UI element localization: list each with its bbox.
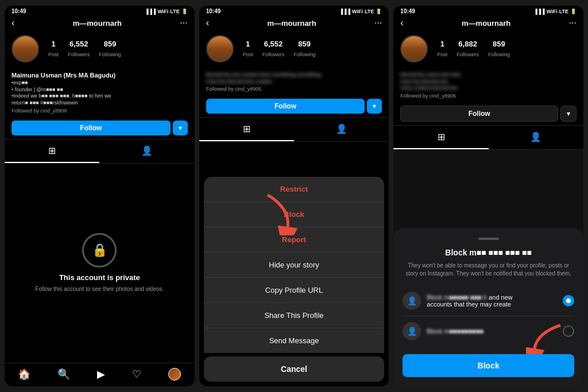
tabs-row-middle: ⊞ 👤 [199, 117, 389, 142]
tagged-tab-right[interactable]: 👤 [489, 126, 583, 149]
tag-icon-right: 👤 [530, 131, 541, 142]
time-left: 10:49 [11, 8, 26, 14]
profile-top-middle: 1 Post 6,552 Followers 859 Following [206, 35, 382, 63]
follow-button-left[interactable]: Follow [11, 121, 171, 135]
follow-btn-row-left: Follow ▾ [5, 117, 195, 139]
tabs-row-right: ⊞ 👤 [393, 125, 583, 150]
followers-count-middle: 6,552 [262, 40, 285, 48]
stats-row-right: 1 Post 6,882 Followers 859 Following [437, 40, 510, 59]
left-screen: 10:49 ▐▐▐ WiFi LTE 🔋 ‹ m—mournarh ··· 1 [5, 6, 195, 386]
profile-top-right: 1 Post 6,882 Followers 859 Following [400, 35, 577, 63]
profile-section-right: 1 Post 6,882 Followers 859 Following [393, 30, 583, 72]
more-icon-right[interactable]: ··· [569, 18, 577, 28]
block-option-2[interactable]: 👤 Block m■■■■■■■■■ [403, 316, 574, 346]
username-left: m—mournarh [73, 19, 122, 28]
posts-stat-right: 1 Post [437, 40, 447, 59]
send-message-menu-item[interactable]: Send Message [204, 328, 385, 353]
username-right: m—mournarh [462, 19, 510, 28]
grid-icon-right: ⊞ [438, 131, 445, 142]
share-profile-menu-item[interactable]: Share This Profile [204, 303, 385, 328]
tabs-row-left: ⊞ 👤 [5, 139, 195, 164]
tagged-tab-left[interactable]: 👤 [99, 139, 194, 163]
tag-icon-middle: 👤 [336, 123, 347, 134]
block-option-1-label: Block m■■■■■ ■■■ h and new accounts that… [427, 294, 557, 308]
block-option-2-label: Block m■■■■■■■■■ [427, 328, 557, 335]
private-title-left: This account is private [59, 273, 140, 282]
home-icon-left[interactable]: 🏠 [18, 368, 30, 381]
block-option-2-text: Block m■■■■■■■■■ [427, 328, 557, 335]
grid-tab-right[interactable]: ⊞ [393, 126, 488, 149]
followed-by-left: Followed by cind_y8906 [11, 108, 188, 114]
block-option-1[interactable]: 👤 Block m■■■■■ ■■■ h and new accounts th… [403, 286, 574, 316]
username-middle: m—mournarh [267, 19, 316, 28]
followers-count-left: 6,552 [68, 40, 90, 48]
user-icon-option2: 👤 [403, 322, 421, 340]
heart-icon-left[interactable]: ♡ [132, 368, 141, 381]
time-middle: 10:49 [206, 8, 221, 14]
following-count-left: 859 [99, 40, 121, 48]
following-stat-right: 859 Following [488, 40, 510, 59]
more-icon-left[interactable]: ··· [180, 18, 187, 28]
top-nav-left: ‹ m—mournarh ··· [5, 15, 195, 30]
profile-section-left: 1 Post 6,552 Followers 859 Following [5, 30, 195, 72]
avatar-middle [206, 35, 234, 63]
follow-btn-row-middle: Follow ▾ [199, 95, 389, 117]
lock-icon-left: 🔒 [82, 233, 117, 267]
follow-btn-row-right: Follow ▾ [393, 102, 583, 125]
hide-story-menu-item[interactable]: Hide your story [204, 253, 385, 278]
cancel-menu-item[interactable]: Cancel [204, 356, 385, 382]
block-option-1-text: Block m■■■■■ ■■■ h and new accounts that… [427, 294, 557, 308]
posts-stat-left: 1 Post [48, 40, 59, 59]
follow-button-middle[interactable]: Follow [206, 99, 365, 114]
more-icon-middle[interactable]: ··· [374, 18, 382, 28]
back-icon-left[interactable]: ‹ [11, 18, 14, 28]
bio-section-right: blurred bio name text here more bio blur… [393, 72, 583, 102]
posts-count-middle: 1 [243, 40, 253, 48]
back-icon-middle[interactable]: ‹ [206, 18, 209, 28]
follow-dropdown-middle[interactable]: ▾ [367, 99, 382, 114]
status-icons-left: ▐▐▐ WiFi LTE 🔋 [145, 9, 187, 14]
radio-option1[interactable] [563, 295, 574, 306]
status-bar-left: 10:49 ▐▐▐ WiFi LTE 🔋 [5, 6, 195, 15]
bio-text-left: •exp■■ • founder | @m■■■ ■■ •Indeed we b… [11, 80, 188, 107]
block-title: Block m■■ ■■■ ■■■ ■■ [403, 248, 574, 257]
radio-option2[interactable] [563, 325, 574, 337]
block-sheet: Block m■■ ■■■ ■■■ ■■ They won't be able … [393, 228, 583, 386]
follow-button-right[interactable]: Follow [400, 106, 558, 122]
following-count-right: 859 [488, 40, 510, 48]
screenshots-container: 10:49 ▐▐▐ WiFi LTE 🔋 ‹ m—mournarh ··· 1 [0, 0, 588, 392]
followers-count-right: 6,882 [457, 40, 479, 48]
block-action-button[interactable]: Block [403, 354, 574, 377]
overlay-menu: Restrict Block Report Hide your story Co… [199, 177, 389, 386]
posts-count-left: 1 [48, 40, 59, 48]
grid-tab-middle[interactable]: ⊞ [199, 118, 294, 141]
following-label-right: Following [488, 52, 510, 57]
reels-icon-left[interactable]: ▶ [97, 368, 105, 381]
back-icon-right[interactable]: ‹ [400, 18, 403, 28]
followers-label-right: Followers [457, 52, 479, 57]
following-stat-middle: 859 Following [293, 40, 315, 59]
right-screen: 10:49 ▐▐▐ WiFi LTE 🔋 ‹ m—mournarh ··· 1 [393, 6, 583, 386]
stats-row-left: 1 Post 6,552 Followers 859 Following [48, 40, 121, 59]
search-icon-left[interactable]: 🔍 [57, 368, 70, 381]
stats-row-middle: 1 Post 6,552 Followers 859 Following [243, 40, 316, 59]
following-label-left: Following [99, 52, 121, 57]
follow-dropdown-right[interactable]: ▾ [560, 106, 577, 122]
bio-name-left: Maimuna Usman (Mrs MA Bagudu) [11, 72, 188, 79]
private-section-left: 🔒 This account is private Follow this ac… [5, 164, 195, 363]
grid-tab-left[interactable]: ⊞ [5, 139, 99, 163]
follow-dropdown-left[interactable]: ▾ [173, 121, 188, 135]
grid-icon-left: ⊞ [48, 145, 56, 156]
following-stat-left: 859 Following [99, 40, 121, 59]
report-menu-item[interactable]: Report [204, 227, 385, 253]
avatar-img-middle [207, 36, 233, 61]
block-menu-item[interactable]: Block [204, 202, 385, 227]
followers-label-middle: Followers [262, 52, 285, 57]
copy-url-menu-item[interactable]: Copy Profile URL [204, 278, 385, 303]
restrict-menu-item[interactable]: Restrict [204, 177, 385, 202]
posts-count-right: 1 [437, 40, 447, 48]
menu-card: Restrict Block Report Hide your story Co… [204, 177, 385, 353]
profile-avatar-nav-left[interactable] [168, 368, 181, 381]
tagged-tab-middle[interactable]: 👤 [294, 118, 389, 141]
status-icons-middle: ▐▐▐ WiFi LTE 🔋 [339, 9, 382, 14]
